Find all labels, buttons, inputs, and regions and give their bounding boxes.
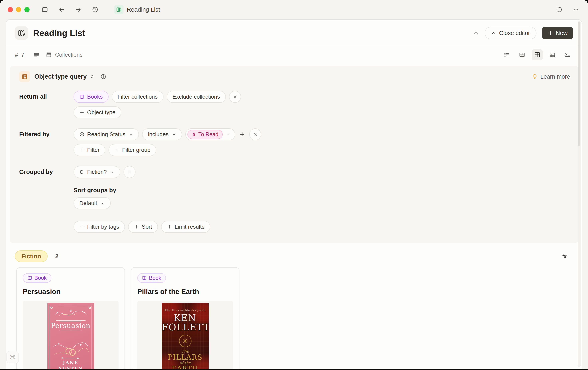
- filtered-by-label: Filtered by: [19, 128, 74, 156]
- view-masonry-icon[interactable]: [516, 49, 528, 60]
- cover-author-line1: KEN: [162, 314, 209, 323]
- close-editor-button[interactable]: Close editor: [485, 27, 536, 39]
- book-cover-pillars: The Classic Masterpiece KEN FOLLETT ✳ Th…: [162, 303, 209, 369]
- svg-text:❀: ❀: [58, 343, 60, 345]
- book-open-icon: [27, 276, 32, 280]
- cover-title-pillars: PILLARS: [162, 354, 209, 361]
- zoom-window-button[interactable]: [24, 7, 30, 12]
- limit-results-label: Limit results: [175, 224, 204, 230]
- sync-icon[interactable]: [555, 6, 563, 14]
- filter-collections-label: Filter collections: [117, 94, 158, 100]
- cover-author-line2: FOLLETT: [162, 323, 209, 332]
- scrollbar-thumb[interactable]: [578, 22, 580, 146]
- add-filter-group-button[interactable]: Filter group: [108, 144, 156, 156]
- lightbulb-icon: [532, 74, 538, 80]
- collapse-chevron-up-icon[interactable]: [472, 30, 479, 36]
- query-group-section: Grouped by Fiction? Sort groups by: [19, 166, 570, 233]
- minimize-window-button[interactable]: [16, 7, 21, 12]
- collections-label: Collections: [55, 52, 83, 58]
- more-menu-icon[interactable]: [572, 6, 580, 14]
- ornament-flower: ✿: [50, 306, 53, 310]
- book-cover-persuasion: ✿ ✿ ✿ ✿ ❀❀❀ Persuasion: [47, 303, 94, 369]
- exclude-collections-button[interactable]: Exclude collections: [167, 91, 226, 103]
- view-list-icon[interactable]: [501, 49, 513, 60]
- sort-groups-by-label: Sort groups by: [74, 187, 210, 194]
- learn-more-link[interactable]: Learn more: [532, 73, 570, 80]
- group-badge-label: Fiction: [21, 253, 41, 260]
- object-type-badge: Book: [137, 273, 166, 283]
- svg-text:❀: ❀: [57, 311, 58, 314]
- info-icon[interactable]: [100, 74, 106, 80]
- learn-more-label: Learn more: [540, 73, 570, 80]
- scrollbar-track[interactable]: [578, 21, 581, 367]
- new-button[interactable]: New: [542, 27, 573, 39]
- toggle-sidebar-icon[interactable]: [41, 6, 49, 14]
- group-property-select[interactable]: Fiction?: [74, 166, 120, 178]
- remove-filter-button[interactable]: [249, 128, 261, 141]
- plus-icon: [114, 147, 119, 152]
- plus-icon: [167, 224, 172, 229]
- card-pillars-of-the-earth[interactable]: Book Pillars of the Earth The Classic Ma…: [131, 267, 240, 369]
- card-persuasion[interactable]: Book Persuasion ✿ ✿ ✿ ✿ ❀❀❀: [16, 267, 125, 369]
- object-type-chip-books[interactable]: Books: [74, 91, 108, 103]
- text-align-icon[interactable]: [33, 52, 40, 58]
- command-icon: ⌘: [10, 354, 16, 361]
- number-property[interactable]: # 7: [15, 52, 24, 58]
- history-icon[interactable]: [91, 6, 99, 14]
- filter-operator-label: includes: [148, 131, 168, 138]
- collections-button[interactable]: Collections: [46, 52, 83, 58]
- group-badge-fiction[interactable]: Fiction: [15, 250, 48, 262]
- filter-collections-button[interactable]: Filter collections: [112, 91, 164, 103]
- view-outline-icon[interactable]: [562, 49, 573, 60]
- view-grid-icon[interactable]: [532, 49, 543, 60]
- page-content: Reading List Close editor New # 7: [6, 19, 582, 369]
- chevron-up-icon: [491, 30, 496, 36]
- view-switcher: [501, 49, 573, 60]
- remove-return-button[interactable]: [229, 91, 241, 103]
- add-filter-button[interactable]: Filter: [74, 144, 105, 156]
- filter-operator-select[interactable]: includes: [142, 128, 182, 141]
- chevrons-up-down-icon[interactable]: [90, 74, 95, 79]
- close-editor-label: Close editor: [499, 30, 530, 36]
- remove-group-button[interactable]: [124, 166, 136, 178]
- chevron-down-icon: [110, 170, 115, 174]
- close-window-button[interactable]: [8, 7, 13, 12]
- card-grid: Book Persuasion ✿ ✿ ✿ ✿ ❀❀❀: [6, 263, 582, 369]
- add-filter-label: Filter: [87, 147, 100, 153]
- forward-icon[interactable]: [74, 6, 82, 14]
- cover-title-the: The: [162, 349, 209, 354]
- filter-by-tags-button[interactable]: Filter by tags: [74, 221, 125, 233]
- command-shortcut-button[interactable]: ⌘: [6, 351, 19, 363]
- chevron-down-icon: [171, 132, 176, 137]
- x-icon: [253, 132, 258, 137]
- limit-results-button[interactable]: Limit results: [161, 221, 210, 233]
- chevron-down-icon: [226, 132, 231, 137]
- plus-icon: [79, 147, 84, 152]
- back-icon[interactable]: [58, 6, 65, 14]
- view-table-icon[interactable]: [547, 49, 558, 60]
- filter-value-select[interactable]: To Read: [185, 128, 235, 141]
- books-chip-label: Books: [87, 94, 103, 100]
- query-editor-panel: Object type query Learn more Return all: [10, 65, 578, 243]
- card-title: Pillars of the Earth: [137, 288, 233, 296]
- new-button-label: New: [556, 30, 568, 36]
- sort-groups-value: Default: [79, 200, 97, 207]
- group-settings-icon[interactable]: [561, 253, 568, 259]
- filter-property-select[interactable]: Reading Status: [74, 128, 139, 141]
- collections-icon: [46, 52, 52, 58]
- add-object-type-button[interactable]: Object type: [74, 106, 121, 118]
- object-type-badge: Book: [23, 273, 51, 283]
- object-type-badge-label: Book: [34, 275, 47, 281]
- view-toolbar: # 7 Collections: [6, 45, 582, 65]
- sort-button[interactable]: Sort: [128, 221, 158, 233]
- add-filter-value-icon[interactable]: [239, 131, 245, 137]
- ornament-flower: ✿: [89, 306, 91, 310]
- sort-groups-select[interactable]: Default: [74, 197, 111, 209]
- books-icon: [114, 5, 124, 14]
- chevron-down-icon: [100, 201, 105, 206]
- select-property-icon: [79, 169, 84, 174]
- tab-reading-list[interactable]: Reading List: [114, 5, 160, 14]
- group-property-label: Fiction?: [87, 169, 107, 175]
- card-image-area: ✿ ✿ ✿ ✿ ❀❀❀ Persuasion: [23, 301, 118, 369]
- add-object-type-label: Object type: [87, 109, 116, 116]
